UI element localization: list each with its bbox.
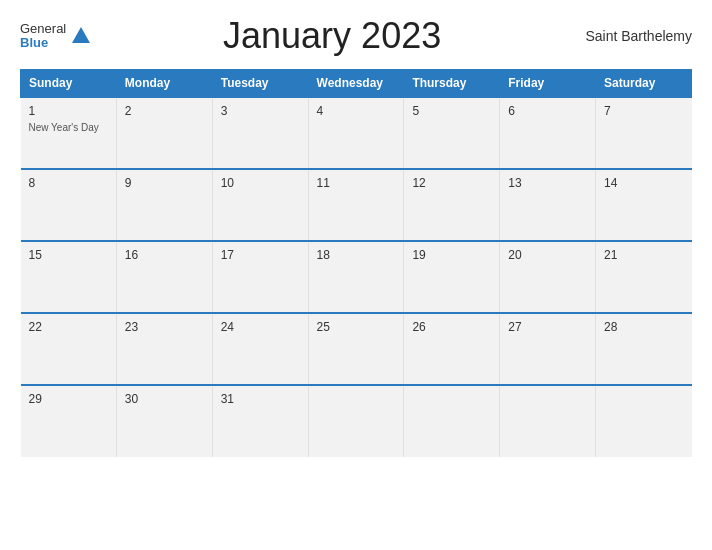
day-number: 13 (508, 176, 587, 190)
day-cell: 26 (404, 313, 500, 385)
day-number: 31 (221, 392, 300, 406)
day-cell: 19 (404, 241, 500, 313)
day-cell: 28 (596, 313, 692, 385)
calendar-container: General Blue January 2023 Saint Barthele… (0, 0, 712, 550)
day-number: 17 (221, 248, 300, 262)
svg-marker-0 (72, 27, 90, 43)
day-cell: 22 (21, 313, 117, 385)
day-cell: 4 (308, 97, 404, 169)
weekday-header: Thursday (404, 70, 500, 98)
day-cell: 7 (596, 97, 692, 169)
day-number: 19 (412, 248, 491, 262)
day-cell (500, 385, 596, 457)
calendar-header: General Blue January 2023 Saint Barthele… (20, 15, 692, 57)
day-cell: 10 (212, 169, 308, 241)
day-cell: 17 (212, 241, 308, 313)
day-cell: 2 (116, 97, 212, 169)
day-number: 28 (604, 320, 683, 334)
day-cell: 14 (596, 169, 692, 241)
day-number: 29 (29, 392, 108, 406)
day-number: 4 (317, 104, 396, 118)
logo-blue: Blue (20, 36, 66, 50)
day-number: 27 (508, 320, 587, 334)
weekday-header: Sunday (21, 70, 117, 98)
calendar-title: January 2023 (92, 15, 572, 57)
day-number: 15 (29, 248, 108, 262)
logo: General Blue (20, 22, 92, 51)
day-cell: 21 (596, 241, 692, 313)
day-number: 18 (317, 248, 396, 262)
weekday-header: Friday (500, 70, 596, 98)
day-cell: 31 (212, 385, 308, 457)
day-number: 5 (412, 104, 491, 118)
day-number: 26 (412, 320, 491, 334)
week-row: 22232425262728 (21, 313, 692, 385)
day-cell: 12 (404, 169, 500, 241)
day-cell (596, 385, 692, 457)
weekday-row: SundayMondayTuesdayWednesdayThursdayFrid… (21, 70, 692, 98)
day-number: 7 (604, 104, 683, 118)
day-number: 11 (317, 176, 396, 190)
weekday-header: Monday (116, 70, 212, 98)
day-cell: 20 (500, 241, 596, 313)
day-cell: 27 (500, 313, 596, 385)
day-number: 12 (412, 176, 491, 190)
logo-icon (70, 25, 92, 47)
day-cell: 5 (404, 97, 500, 169)
calendar-body: 1New Year's Day2345678910111213141516171… (21, 97, 692, 457)
day-cell: 8 (21, 169, 117, 241)
day-number: 16 (125, 248, 204, 262)
day-cell: 1New Year's Day (21, 97, 117, 169)
day-number: 21 (604, 248, 683, 262)
day-cell: 23 (116, 313, 212, 385)
day-cell: 16 (116, 241, 212, 313)
day-number: 30 (125, 392, 204, 406)
day-number: 10 (221, 176, 300, 190)
day-cell: 11 (308, 169, 404, 241)
day-number: 1 (29, 104, 108, 118)
logo-general: General (20, 22, 66, 36)
weekday-header: Tuesday (212, 70, 308, 98)
region-label: Saint Barthelemy (572, 28, 692, 44)
day-cell (404, 385, 500, 457)
week-row: 293031 (21, 385, 692, 457)
day-number: 14 (604, 176, 683, 190)
day-number: 22 (29, 320, 108, 334)
day-number: 3 (221, 104, 300, 118)
day-number: 20 (508, 248, 587, 262)
week-row: 1New Year's Day234567 (21, 97, 692, 169)
day-cell: 24 (212, 313, 308, 385)
weekday-header: Wednesday (308, 70, 404, 98)
day-cell: 30 (116, 385, 212, 457)
day-number: 23 (125, 320, 204, 334)
day-number: 2 (125, 104, 204, 118)
day-cell (308, 385, 404, 457)
day-number: 6 (508, 104, 587, 118)
weekday-header: Saturday (596, 70, 692, 98)
week-row: 15161718192021 (21, 241, 692, 313)
day-number: 24 (221, 320, 300, 334)
day-cell: 29 (21, 385, 117, 457)
day-cell: 9 (116, 169, 212, 241)
day-number: 9 (125, 176, 204, 190)
holiday-label: New Year's Day (29, 122, 99, 133)
day-cell: 18 (308, 241, 404, 313)
day-cell: 25 (308, 313, 404, 385)
day-cell: 15 (21, 241, 117, 313)
day-cell: 13 (500, 169, 596, 241)
day-cell: 6 (500, 97, 596, 169)
day-cell: 3 (212, 97, 308, 169)
week-row: 891011121314 (21, 169, 692, 241)
day-number: 8 (29, 176, 108, 190)
calendar-header-row: SundayMondayTuesdayWednesdayThursdayFrid… (21, 70, 692, 98)
day-number: 25 (317, 320, 396, 334)
logo-text: General Blue (20, 22, 66, 51)
calendar-grid: SundayMondayTuesdayWednesdayThursdayFrid… (20, 69, 692, 457)
